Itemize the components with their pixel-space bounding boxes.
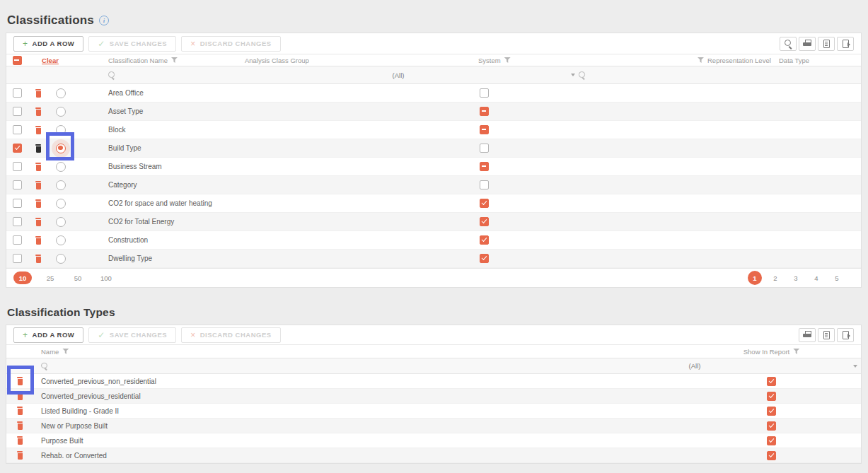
delete-row-icon[interactable]	[35, 89, 42, 98]
row-select-checkbox[interactable]	[13, 199, 22, 208]
show-in-report-checkbox[interactable]	[767, 421, 776, 431]
print-button[interactable]	[799, 37, 816, 51]
type-name-cell[interactable]: Converted_previous_residential	[33, 389, 682, 403]
system-checkbox[interactable]	[480, 254, 489, 263]
show-in-report-checkbox[interactable]	[767, 392, 776, 401]
delete-row-icon[interactable]	[35, 218, 42, 226]
default-radio-button[interactable]	[56, 162, 66, 172]
system-checkbox[interactable]	[480, 107, 489, 116]
row-select-checkbox[interactable]	[13, 162, 22, 171]
classification-name-cell[interactable]: Asset Type	[73, 103, 218, 120]
show-in-report-checkbox[interactable]	[767, 377, 776, 386]
discard-changes-button[interactable]: × DISCARD CHANGES	[181, 327, 280, 343]
export-file-button[interactable]	[837, 37, 854, 51]
delete-row-icon[interactable]	[16, 407, 23, 415]
delete-row-icon[interactable]	[35, 144, 42, 153]
row-select-checkbox[interactable]	[13, 235, 22, 245]
system-checkbox[interactable]	[480, 199, 489, 208]
clear-selection-link[interactable]: Clear	[42, 57, 59, 64]
type-name-cell[interactable]: Converted_previous_non_residential	[33, 374, 682, 388]
delete-row-icon[interactable]	[35, 181, 42, 189]
system-checkbox[interactable]	[480, 125, 489, 134]
system-checkbox[interactable]	[480, 144, 489, 153]
filter-funnel-icon[interactable]	[62, 349, 69, 354]
filter-all-dropdown[interactable]: (All)	[218, 66, 579, 83]
delete-row-icon[interactable]	[16, 436, 23, 445]
row-select-checkbox[interactable]	[13, 180, 22, 189]
classification-name-cell[interactable]: Business Stream	[73, 158, 218, 175]
show-in-report-checkbox[interactable]	[767, 436, 776, 445]
discard-changes-button[interactable]: × DISCARD CHANGES	[181, 36, 280, 52]
delete-row-icon[interactable]	[35, 255, 42, 263]
classification-name-cell[interactable]: Dwelling Type	[73, 250, 218, 267]
type-name-cell[interactable]: Listed Building - Grade II	[33, 404, 682, 418]
delete-row-icon[interactable]	[35, 236, 42, 245]
classification-name-cell[interactable]: Build Type	[73, 139, 218, 157]
page-number[interactable]: 4	[809, 271, 823, 285]
page-size-option[interactable]: 50	[69, 271, 87, 284]
export-csv-button[interactable]	[818, 37, 835, 51]
delete-row-icon[interactable]	[16, 392, 23, 400]
select-all-checkbox[interactable]	[13, 56, 22, 65]
export-csv-button[interactable]	[818, 328, 835, 342]
page-number[interactable]: 1	[748, 271, 762, 285]
info-icon[interactable]: i	[99, 16, 109, 25]
default-radio-button[interactable]	[56, 88, 66, 98]
page-number[interactable]: 2	[768, 271, 782, 285]
default-radio-button[interactable]	[56, 180, 66, 190]
default-radio-button[interactable]	[56, 217, 66, 227]
default-radio-button[interactable]	[56, 125, 66, 135]
name-filter-input[interactable]	[73, 66, 218, 83]
classification-name-cell[interactable]: CO2 for space and water heating	[73, 194, 218, 212]
delete-row-icon[interactable]	[35, 199, 42, 208]
row-select-checkbox[interactable]	[13, 254, 22, 263]
classification-name-cell[interactable]: Area Office	[73, 84, 218, 102]
add-a-row-button[interactable]: + ADD A ROW	[13, 36, 83, 52]
type-name-cell[interactable]: Rehab. or Converted	[33, 448, 682, 462]
classification-name-cell[interactable]: CO2 for Total Energy	[73, 213, 218, 230]
filter-funnel-icon[interactable]	[793, 349, 799, 354]
filter-funnel-icon[interactable]	[504, 57, 511, 63]
save-changes-button[interactable]: ✓ SAVE CHANGES	[88, 327, 176, 343]
classification-name-cell[interactable]: Construction	[73, 231, 218, 249]
delete-row-icon[interactable]	[35, 163, 42, 171]
classification-name-cell[interactable]: Category	[73, 176, 218, 194]
print-button[interactable]	[799, 328, 816, 342]
page-size-option[interactable]: 100	[96, 271, 116, 284]
delete-row-icon[interactable]	[16, 377, 23, 385]
system-checkbox[interactable]	[480, 88, 489, 98]
row-select-checkbox[interactable]	[13, 217, 22, 226]
default-radio-button[interactable]	[56, 235, 66, 245]
show-in-report-checkbox[interactable]	[767, 407, 776, 416]
default-radio-button[interactable]	[56, 199, 66, 209]
delete-row-icon[interactable]	[16, 421, 23, 430]
system-checkbox[interactable]	[480, 162, 489, 171]
system-checkbox[interactable]	[480, 235, 489, 245]
default-radio-button[interactable]	[56, 254, 66, 264]
add-a-row-button[interactable]: + ADD A ROW	[13, 327, 83, 343]
system-filter-input[interactable]	[579, 66, 600, 83]
export-file-button[interactable]	[837, 328, 854, 342]
filter-funnel-icon[interactable]	[698, 57, 704, 63]
classification-name-cell[interactable]: Block	[73, 121, 218, 139]
row-select-checkbox[interactable]	[13, 125, 22, 134]
page-size-option[interactable]: 10	[13, 271, 32, 284]
type-name-cell[interactable]: Purpose Built	[33, 433, 682, 448]
delete-row-icon[interactable]	[35, 126, 42, 134]
filter-all-dropdown[interactable]: (All)	[528, 358, 861, 373]
page-number[interactable]: 5	[830, 271, 844, 285]
filter-funnel-icon[interactable]	[171, 57, 178, 63]
zoom-preview-button[interactable]	[780, 37, 797, 51]
page-number[interactable]: 3	[789, 271, 803, 285]
type-name-cell[interactable]: New or Purpose Built	[33, 419, 682, 433]
page-size-option[interactable]: 25	[41, 271, 59, 284]
show-in-report-checkbox[interactable]	[767, 451, 776, 460]
delete-row-icon[interactable]	[35, 107, 42, 116]
default-radio-button[interactable]	[56, 107, 66, 117]
name-filter-input[interactable]	[33, 358, 528, 373]
save-changes-button[interactable]: ✓ SAVE CHANGES	[88, 36, 176, 52]
system-checkbox[interactable]	[480, 180, 489, 189]
row-select-checkbox[interactable]	[13, 88, 22, 98]
system-checkbox[interactable]	[480, 217, 489, 226]
default-radio-button[interactable]	[56, 144, 66, 153]
